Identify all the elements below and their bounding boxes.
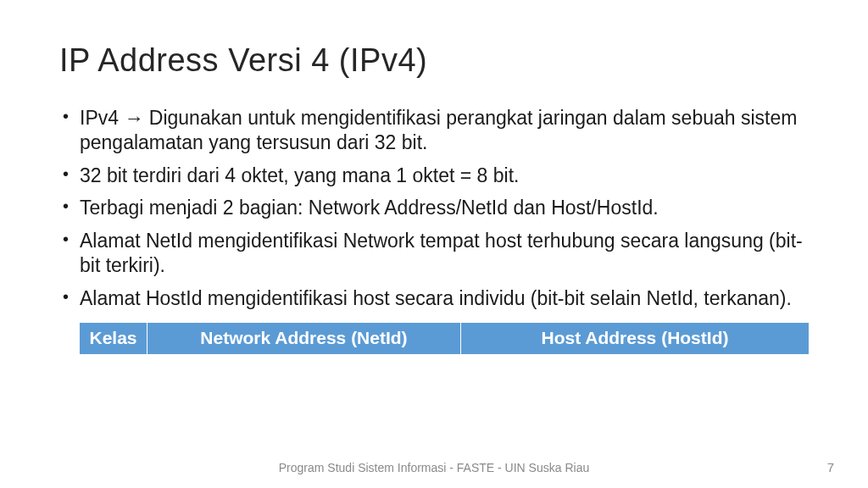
list-item: Terbagi menjadi 2 bagian: Network Addres… <box>59 196 809 220</box>
table-header-kelas: Kelas <box>80 323 147 354</box>
bullet-list: IPv4 → Digunakan untuk mengidentifikasi … <box>59 106 809 311</box>
list-item: Alamat NetId mengidentifikasi Network te… <box>59 229 809 279</box>
slide-title: IP Address Versi 4 (IPv4) <box>59 42 809 79</box>
list-item: 32 bit terdiri dari 4 oktet, yang mana 1… <box>59 164 809 188</box>
footer-text: Program Studi Sistem Informasi - FASTE -… <box>0 461 868 474</box>
arrow-right-icon: → <box>124 107 143 129</box>
page-number: 7 <box>827 460 834 474</box>
list-item: IPv4 → Digunakan untuk mengidentifikasi … <box>59 106 809 156</box>
table-header-netid: Network Address (NetId) <box>147 323 461 354</box>
bullet-prefix: IPv4 <box>80 107 124 129</box>
list-item: Alamat HostId mengidentifikasi host seca… <box>59 286 809 311</box>
bullet-text: Digunakan untuk mengidentifikasi perangk… <box>80 107 797 153</box>
table-header-hostid: Host Address (HostId) <box>461 323 809 354</box>
address-class-table: Kelas Network Address (NetId) Host Addre… <box>80 323 809 354</box>
